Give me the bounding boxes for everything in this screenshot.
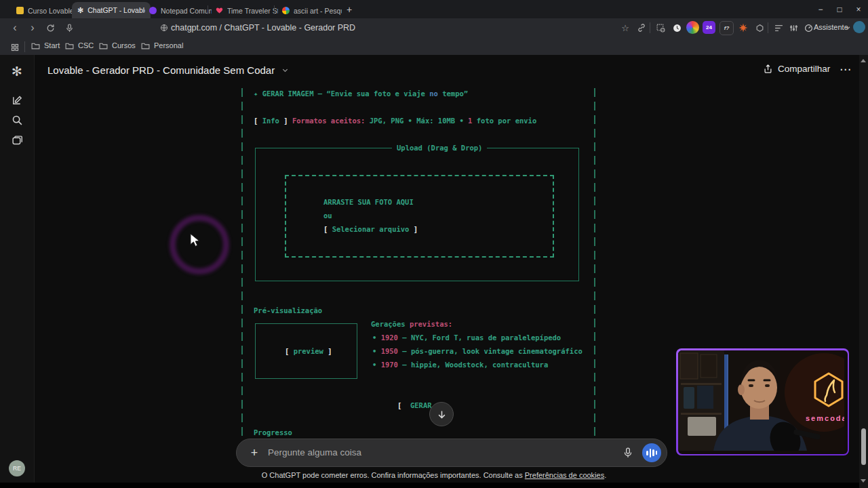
footer-disclaimer: O ChatGPT pode cometer erros. Confira in… — [0, 471, 868, 479]
folder-icon — [31, 42, 40, 49]
link-icon[interactable] — [635, 21, 648, 35]
webcam-video: semcodar — [678, 350, 848, 454]
mouse-cursor — [190, 233, 200, 247]
tab-label: Notepad Comunidade Sem C — [161, 7, 212, 15]
tab-notepad[interactable]: Notepad Comunidade Sem C — [144, 3, 217, 18]
page-scrollbar[interactable] — [859, 55, 868, 488]
window-restore-button[interactable]: □ — [830, 0, 849, 18]
toolbar-separator — [650, 22, 650, 33]
scroll-to-bottom-button[interactable] — [429, 402, 454, 426]
clock-extension-icon[interactable] — [670, 21, 684, 35]
scrollbar-down-arrow[interactable] — [861, 479, 866, 483]
tab-label: Time Traveler Studio - Lovabl — [227, 7, 278, 15]
chevron-down-icon[interactable] — [841, 21, 854, 35]
bookmark-folder-csc[interactable]: CSC — [65, 41, 94, 49]
tab-google-search[interactable]: ascii art - Pesquisa Google — [277, 3, 347, 18]
preview-label: [ preview ] — [285, 346, 332, 356]
bookmark-label: CSC — [78, 41, 94, 49]
bookmark-folder-personal[interactable]: Personal — [141, 41, 183, 49]
folder-icon — [65, 42, 74, 49]
tab-label: ChatGPT - Lovable - Gerador — [87, 6, 145, 14]
library-icon[interactable] — [9, 133, 24, 148]
footer-text: O ChatGPT pode cometer erros. Confira in… — [262, 471, 525, 479]
terminal-left-border — [241, 88, 243, 438]
shape-extension-icon[interactable] — [753, 21, 766, 35]
fx-extension-icon[interactable]: f? — [719, 21, 734, 35]
chatgpt-logo-icon[interactable]: ✻ — [9, 64, 24, 79]
toolbar-separator — [768, 22, 768, 33]
generation-item-1970: • 1970 — hippie, Woodstock, contracultur… — [372, 360, 548, 369]
share-button[interactable]: Compartilhar — [763, 64, 830, 74]
bookmark-label: Start — [44, 41, 60, 49]
refresh-icon[interactable] — [43, 21, 57, 35]
color-wheel-extension-icon[interactable] — [686, 21, 699, 34]
browser-profile-avatar[interactable] — [853, 21, 865, 33]
bookmark-label: Personal — [154, 41, 183, 49]
tab-label: Curso Lovable para Iniciantes — [28, 7, 76, 15]
waveform-bar — [652, 449, 654, 456]
bookmark-folder-cursos[interactable]: Cursos — [99, 41, 136, 49]
folder-icon — [141, 42, 150, 49]
tab-separator — [274, 5, 275, 14]
equalizer-icon[interactable] — [787, 21, 800, 35]
apps-grid-icon[interactable] — [8, 41, 22, 54]
waveform-bar — [646, 451, 648, 455]
conversation-title-text: Lovable - Gerador PRD - Comunidade Sem C… — [47, 64, 275, 76]
cookie-preferences-link[interactable]: Preferências de cookies — [525, 471, 604, 479]
footer-text: . — [604, 471, 606, 479]
terminal-right-border — [594, 88, 595, 438]
tab-chatgpt-active[interactable]: ✻ ChatGPT - Lovable - Gerador — [72, 2, 151, 18]
dropzone-or-text: ou — [323, 211, 332, 220]
upload-box-title: Upload (Drag & Drop) — [392, 143, 487, 152]
neon-sign-text: semcodar — [806, 414, 844, 422]
notion-favicon — [16, 7, 24, 14]
select-file-button[interactable]: [ Selecionar arquivo ] — [323, 224, 418, 234]
bookmark-folder-start[interactable]: Start — [31, 41, 60, 49]
back-icon[interactable]: ‹ — [8, 21, 22, 35]
search-selection-icon[interactable] — [654, 21, 667, 35]
window-close-button[interactable]: × — [849, 0, 868, 18]
toolbar-mic-icon[interactable] — [62, 21, 76, 35]
search-chats-icon[interactable] — [9, 113, 24, 127]
new-chat-icon[interactable] — [9, 92, 24, 107]
webcam-scene: semcodar — [678, 350, 844, 451]
generation-item-1920: • 1920 — NYC, Ford T, ruas de paralelepí… — [372, 333, 561, 342]
composer-placeholder[interactable]: Pergunte alguma coisa — [268, 447, 361, 458]
tab-label: ascii art - Pesquisa Google — [294, 7, 342, 15]
arrow-down-icon — [437, 409, 447, 420]
dictate-mic-icon[interactable] — [620, 445, 635, 460]
terminal-title-line: ✦ GERAR IMAGEM — “Envie sua foto e viaje… — [254, 89, 468, 98]
badge-24-extension-icon[interactable]: 24 — [703, 21, 715, 34]
folder-icon — [99, 42, 108, 49]
new-tab-button[interactable]: + — [342, 2, 357, 17]
preview-heading: Pré-visualização — [254, 306, 322, 315]
scrollbar-up-arrow[interactable] — [861, 59, 866, 62]
reading-list-icon[interactable] — [772, 21, 785, 35]
assistente-icon[interactable] — [802, 21, 815, 35]
google-favicon — [282, 7, 290, 14]
tab-curso-lovable[interactable]: Curso Lovable para Iniciantes — [11, 3, 81, 18]
tab-separator — [208, 5, 208, 14]
conversation-title[interactable]: Lovable - Gerador PRD - Comunidade Sem C… — [47, 64, 289, 76]
message-composer[interactable]: + Pergunte alguma coisa — [236, 439, 667, 467]
site-info-icon[interactable] — [157, 21, 171, 35]
starburst-extension-icon[interactable] — [736, 21, 750, 35]
voice-mode-button[interactable] — [642, 443, 661, 462]
bookmark-star-icon[interactable]: ☆ — [618, 21, 632, 35]
window-minimize-button[interactable]: − — [811, 0, 830, 18]
title-chevron-down-icon — [281, 66, 289, 74]
forward-icon[interactable]: › — [26, 21, 39, 35]
tab-time-traveler[interactable]: Time Traveler Studio - Lovabl — [210, 3, 283, 18]
bottom-black-strip — [0, 483, 868, 488]
scrollbar-thumb[interactable] — [861, 428, 866, 465]
generation-item-1950: • 1950 — pós-guerra, look vintage cinema… — [372, 346, 583, 356]
conversation-more-button[interactable]: ⋯ — [840, 62, 851, 77]
bookmark-label: Cursos — [112, 41, 136, 49]
url-text[interactable]: chatgpt.com / ChatGPT - Lovable - Gerado… — [171, 23, 355, 33]
bookmarks-separator — [24, 41, 25, 52]
attach-plus-icon[interactable]: + — [246, 445, 262, 461]
notepad-favicon — [149, 7, 157, 14]
share-label: Compartilhar — [778, 64, 830, 74]
waveform-bar — [650, 449, 652, 458]
dropzone-text: ARRASTE SUA FOTO AQUI — [323, 197, 414, 207]
